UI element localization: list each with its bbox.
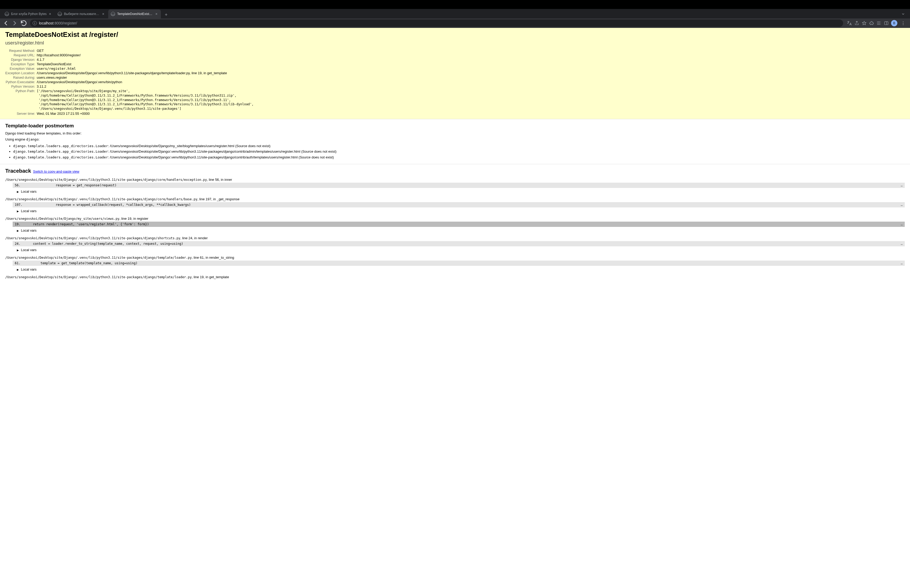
meta-label: Python Version: [5,84,37,89]
chevron-right-icon: ▶ [17,229,19,232]
frame-location: /Users/snegovskoi/Desktop/site/Django/.v… [5,197,905,201]
error-summary: TemplateDoesNotExist at /register/ users… [0,28,910,119]
list-item: django.template.loaders.app_directories.… [13,155,905,160]
postmortem-list: django.template.loaders.app_directories.… [5,144,905,160]
frame-location: /Users/snegovskoi/Desktop/site/Django/.v… [5,178,905,182]
section-heading: Traceback [5,168,31,174]
chevron-right-icon: ▶ [17,190,19,193]
meta-value: ['/Users/snegovskoi/Desktop/site/Django/… [37,89,254,111]
context-line[interactable]: 197. response = wrapped_callback(request… [13,202,905,207]
forward-button[interactable] [11,19,18,27]
expand-icon[interactable]: … [901,222,903,226]
tab-title: TemplateDoesNotExist at /regis [117,12,153,16]
local-vars-toggle[interactable]: ▶ Local vars [17,267,905,271]
context-line[interactable]: 56. response = get_response(request)… [13,183,905,188]
share-icon[interactable] [854,21,860,26]
close-icon[interactable]: × [101,12,105,16]
reading-list-icon[interactable] [876,21,882,26]
local-vars-toggle[interactable]: ▶ Local vars [17,189,905,194]
traceback-frame: /Users/snegovskoi/Desktop/site/Django/.v… [5,197,905,213]
engine-line: Using engine django: [5,137,905,141]
frame-location: /Users/snegovskoi/Desktop/site/Django/my… [5,216,905,221]
meta-value: 4.1.7 [37,57,254,62]
frame-location: /Users/snegovskoi/Desktop/site/Django/.v… [5,236,905,240]
bookmark-icon[interactable] [862,21,867,26]
browser-tab[interactable]: Блог клуба Python Bytes× [2,10,55,18]
close-icon[interactable]: × [48,12,52,16]
meta-label: Exception Value: [5,66,37,71]
close-icon[interactable]: × [155,12,158,16]
meta-label: Python Path: [5,89,37,111]
address-bar[interactable]: i localhost:8000/register/ [30,19,843,27]
tabs-dropdown-button[interactable] [899,10,907,18]
url-text: localhost:8000/register/ [39,21,77,25]
traceback-frame: /Users/snegovskoi/Desktop/site/Django/.v… [5,236,905,252]
chevron-right-icon: ▶ [17,249,19,252]
back-button[interactable] [2,19,10,27]
meta-label: Python Executable: [5,80,37,84]
meta-value: http://localhost:8000/register/ [37,53,254,57]
meta-value: GET [37,48,254,53]
browser-tab[interactable]: TemplateDoesNotExist at /regis× [108,10,161,18]
extensions-icon[interactable] [869,21,874,26]
traceback-frame: /Users/snegovskoi/Desktop/site/Django/.v… [5,255,905,271]
context-line[interactable]: 24. content = loader.render_to_string(te… [13,241,905,246]
chevron-right-icon: ▶ [17,210,19,213]
meta-label: Request Method: [5,48,37,53]
traceback-frame: /Users/snegovskoi/Desktop/site/Django/.v… [5,275,905,279]
globe-icon [5,12,9,16]
local-vars-toggle[interactable]: ▶ Local vars [17,209,905,213]
request-meta-table: Request Method:GET Request URL:http://lo… [5,48,254,116]
frame-location: /Users/snegovskoi/Desktop/site/Django/.v… [5,255,905,260]
context-line[interactable]: 61. template = get_template(template_nam… [13,260,905,266]
site-info-icon[interactable]: i [33,21,37,25]
meta-label: Request URL: [5,53,37,57]
meta-value: TemplateDoesNotExist [37,62,254,66]
tab-bar: Блог клуба Python Bytes×Выберите пользов… [0,9,910,18]
local-vars-toggle[interactable]: ▶ Local vars [17,228,905,233]
template-loader-postmortem: Template-loader postmortem Django tried … [0,119,910,165]
meta-label: Exception Location: [5,71,37,75]
translate-icon[interactable] [847,21,852,26]
expand-icon[interactable]: … [901,262,903,265]
browser-tab[interactable]: Выберите пользователь для и× [55,10,108,18]
new-tab-button[interactable]: + [162,11,170,18]
reload-button[interactable] [20,19,27,27]
chevron-right-icon: ▶ [17,268,19,271]
window-top-bar [0,0,910,9]
expand-icon[interactable]: … [901,203,903,207]
meta-label: Raised during: [5,75,37,80]
traceback-frame: /Users/snegovskoi/Desktop/site/Django/.v… [5,178,905,194]
meta-value: /Users/snegovskoi/Desktop/site/Django/.v… [37,71,254,75]
exception-subtitle: users/register.html [5,40,905,46]
tab-title: Выберите пользователь для и [64,12,100,16]
side-panel-icon[interactable] [884,21,889,26]
local-vars-toggle[interactable]: ▶ Local vars [17,248,905,252]
switch-view-link[interactable]: Switch to copy-and-paste view [33,170,79,173]
traceback-frame: /Users/snegovskoi/Desktop/site/Django/my… [5,216,905,233]
svg-rect-0 [884,22,888,25]
meta-value: Wed, 01 Mar 2023 17:21:55 +0000 [37,111,254,116]
profile-avatar[interactable]: B [891,20,897,26]
meta-value: /Users/snegovskoi/Desktop/site/Django/.v… [37,80,254,84]
context-line[interactable]: 19. return render(request, 'users/regist… [13,221,905,227]
traceback-section: Traceback Switch to copy-and-paste view … [0,164,910,288]
list-item: django.template.loaders.app_directories.… [13,149,905,154]
globe-icon [111,12,115,16]
browser-menu-button[interactable]: ⋮ [899,21,907,26]
browser-toolbar: i localhost:8000/register/ B ⋮ [0,18,910,28]
expand-icon[interactable]: … [901,183,903,187]
frame-location: /Users/snegovskoi/Desktop/site/Django/.v… [5,275,905,279]
globe-icon [58,12,62,16]
page-title: TemplateDoesNotExist at /register/ [5,31,905,39]
expand-icon[interactable]: … [901,242,903,246]
meta-label: Django Version: [5,57,37,62]
section-heading: Template-loader postmortem [5,123,905,129]
meta-value: users.views.register [37,75,254,80]
tab-title: Блог клуба Python Bytes [11,12,47,16]
meta-label: Server time: [5,111,37,116]
postmortem-intro: Django tried loading these templates, in… [5,131,905,135]
meta-value: 3.11.2 [37,84,254,89]
meta-value: users/register.html [37,66,254,71]
list-item: django.template.loaders.app_directories.… [13,144,905,149]
